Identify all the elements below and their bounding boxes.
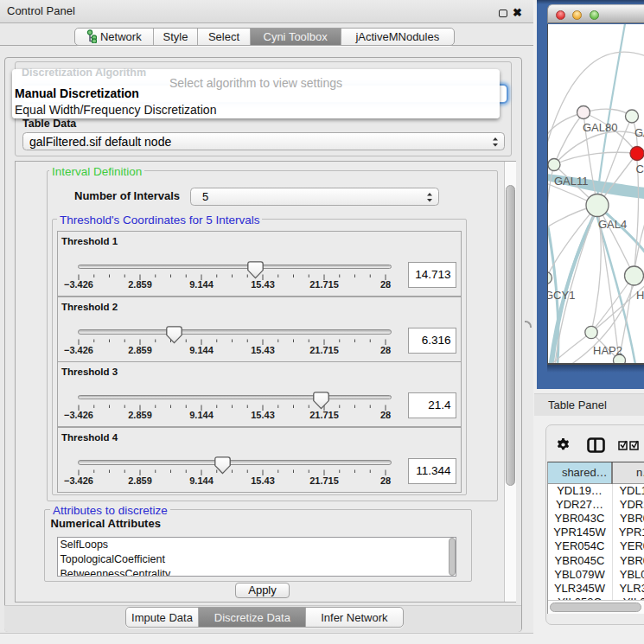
svg-text:GCY1: GCY1 — [548, 288, 575, 301]
svg-text:GAL11: GAL11 — [554, 174, 589, 187]
svg-text:C: C — [636, 162, 644, 175]
svg-text:HAP2: HAP2 — [593, 343, 622, 356]
svg-text:GAL80: GAL80 — [583, 120, 617, 133]
svg-text:GA: GA — [634, 125, 644, 138]
svg-text:GAL4: GAL4 — [598, 217, 627, 230]
svg-text:H: H — [636, 288, 644, 301]
